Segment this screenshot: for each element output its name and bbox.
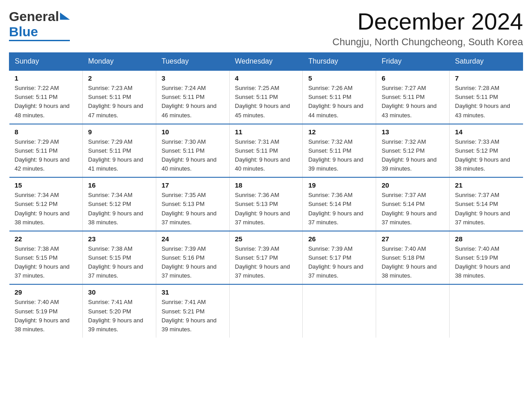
day-info: Sunrise: 7:32 AMSunset: 5:11 PMDaylight:…	[308, 137, 370, 174]
day-info: Sunrise: 7:27 AMSunset: 5:11 PMDaylight:…	[382, 84, 444, 120]
day-number: 15	[15, 181, 77, 189]
day-info: Sunrise: 7:40 AMSunset: 5:19 PMDaylight:…	[455, 244, 517, 281]
col-tuesday: Tuesday	[156, 53, 229, 71]
calendar-cell: 24Sunrise: 7:39 AMSunset: 5:16 PMDayligh…	[156, 231, 229, 285]
calendar-week-row: 22Sunrise: 7:38 AMSunset: 5:15 PMDayligh…	[9, 231, 523, 285]
day-number: 28	[455, 235, 517, 243]
calendar-cell: 12Sunrise: 7:32 AMSunset: 5:11 PMDayligh…	[303, 124, 376, 178]
day-number: 31	[162, 288, 224, 296]
day-number: 23	[88, 235, 150, 243]
day-info: Sunrise: 7:30 AMSunset: 5:11 PMDaylight:…	[162, 137, 224, 174]
day-number: 12	[308, 128, 370, 136]
day-number: 26	[308, 235, 370, 243]
col-saturday: Saturday	[450, 53, 523, 71]
col-monday: Monday	[82, 53, 156, 71]
calendar-cell: 10Sunrise: 7:30 AMSunset: 5:11 PMDayligh…	[156, 124, 229, 178]
calendar-cell: 25Sunrise: 7:39 AMSunset: 5:17 PMDayligh…	[229, 231, 303, 285]
calendar-cell	[376, 284, 450, 338]
day-info: Sunrise: 7:26 AMSunset: 5:11 PMDaylight:…	[308, 84, 370, 120]
day-number: 25	[235, 235, 297, 243]
logo-arrow-icon	[60, 13, 70, 20]
day-number: 13	[382, 128, 444, 136]
logo-underline	[9, 40, 70, 41]
day-info: Sunrise: 7:29 AMSunset: 5:11 PMDaylight:…	[15, 137, 77, 174]
calendar-cell: 20Sunrise: 7:37 AMSunset: 5:14 PMDayligh…	[376, 177, 450, 231]
day-info: Sunrise: 7:36 AMSunset: 5:14 PMDaylight:…	[308, 191, 370, 227]
day-info: Sunrise: 7:41 AMSunset: 5:21 PMDaylight:…	[162, 298, 224, 334]
calendar-week-row: 15Sunrise: 7:34 AMSunset: 5:12 PMDayligh…	[9, 177, 523, 231]
day-number: 22	[15, 235, 77, 243]
calendar-cell: 17Sunrise: 7:35 AMSunset: 5:13 PMDayligh…	[156, 177, 229, 231]
day-number: 17	[162, 181, 224, 189]
day-number: 18	[235, 181, 297, 189]
day-info: Sunrise: 7:33 AMSunset: 5:12 PMDaylight:…	[455, 137, 517, 174]
calendar-cell: 3Sunrise: 7:24 AMSunset: 5:11 PMDaylight…	[156, 70, 229, 124]
calendar-cell	[303, 284, 376, 338]
day-info: Sunrise: 7:34 AMSunset: 5:12 PMDaylight:…	[15, 191, 77, 227]
calendar-cell: 1Sunrise: 7:22 AMSunset: 5:11 PMDaylight…	[9, 70, 83, 124]
title-section: December 2024 Chungju, North Chungcheong…	[332, 9, 523, 48]
calendar-cell: 18Sunrise: 7:36 AMSunset: 5:13 PMDayligh…	[229, 177, 303, 231]
day-info: Sunrise: 7:38 AMSunset: 5:15 PMDaylight:…	[15, 244, 77, 281]
calendar-cell: 8Sunrise: 7:29 AMSunset: 5:11 PMDaylight…	[9, 124, 83, 178]
calendar-cell: 31Sunrise: 7:41 AMSunset: 5:21 PMDayligh…	[156, 284, 229, 338]
logo: General Blue	[9, 9, 70, 41]
day-number: 6	[382, 74, 444, 82]
calendar-cell: 6Sunrise: 7:27 AMSunset: 5:11 PMDaylight…	[376, 70, 450, 124]
calendar-header-row: Sunday Monday Tuesday Wednesday Thursday…	[9, 53, 523, 71]
subtitle: Chungju, North Chungcheong, South Korea	[332, 36, 523, 48]
calendar-cell: 2Sunrise: 7:23 AMSunset: 5:11 PMDaylight…	[82, 70, 156, 124]
calendar-cell: 27Sunrise: 7:40 AMSunset: 5:18 PMDayligh…	[376, 231, 450, 285]
day-info: Sunrise: 7:35 AMSunset: 5:13 PMDaylight:…	[162, 191, 224, 227]
calendar-cell: 26Sunrise: 7:39 AMSunset: 5:17 PMDayligh…	[303, 231, 376, 285]
page-header: General Blue December 2024 Chungju, Nort…	[9, 9, 523, 48]
day-number: 5	[308, 74, 370, 82]
calendar-cell: 29Sunrise: 7:40 AMSunset: 5:19 PMDayligh…	[9, 284, 83, 338]
day-info: Sunrise: 7:37 AMSunset: 5:14 PMDaylight:…	[455, 191, 517, 227]
calendar-cell	[229, 284, 303, 338]
calendar-week-row: 1Sunrise: 7:22 AMSunset: 5:11 PMDaylight…	[9, 70, 523, 124]
day-number: 16	[88, 181, 150, 189]
col-friday: Friday	[376, 53, 450, 71]
logo-general-text: General	[9, 9, 59, 24]
day-info: Sunrise: 7:25 AMSunset: 5:11 PMDaylight:…	[235, 84, 297, 120]
day-info: Sunrise: 7:37 AMSunset: 5:14 PMDaylight:…	[382, 191, 444, 227]
day-number: 21	[455, 181, 517, 189]
col-wednesday: Wednesday	[229, 53, 303, 71]
day-info: Sunrise: 7:39 AMSunset: 5:17 PMDaylight:…	[235, 244, 297, 281]
day-number: 4	[235, 74, 297, 82]
day-number: 24	[162, 235, 224, 243]
day-number: 27	[382, 235, 444, 243]
calendar-cell: 23Sunrise: 7:38 AMSunset: 5:15 PMDayligh…	[82, 231, 156, 285]
calendar-cell: 15Sunrise: 7:34 AMSunset: 5:12 PMDayligh…	[9, 177, 83, 231]
calendar-cell: 7Sunrise: 7:28 AMSunset: 5:11 PMDaylight…	[450, 70, 523, 124]
calendar-cell: 4Sunrise: 7:25 AMSunset: 5:11 PMDaylight…	[229, 70, 303, 124]
day-info: Sunrise: 7:39 AMSunset: 5:17 PMDaylight:…	[308, 244, 370, 281]
calendar-week-row: 8Sunrise: 7:29 AMSunset: 5:11 PMDaylight…	[9, 124, 523, 178]
calendar-cell	[450, 284, 523, 338]
day-number: 11	[235, 128, 297, 136]
day-info: Sunrise: 7:22 AMSunset: 5:11 PMDaylight:…	[15, 84, 77, 120]
day-info: Sunrise: 7:41 AMSunset: 5:20 PMDaylight:…	[88, 298, 150, 334]
day-number: 2	[88, 74, 150, 82]
col-thursday: Thursday	[303, 53, 376, 71]
calendar-table: Sunday Monday Tuesday Wednesday Thursday…	[9, 52, 523, 338]
day-number: 9	[88, 128, 150, 136]
calendar-cell: 13Sunrise: 7:32 AMSunset: 5:12 PMDayligh…	[376, 124, 450, 178]
col-sunday: Sunday	[9, 53, 83, 71]
day-number: 14	[455, 128, 517, 136]
calendar-cell: 16Sunrise: 7:34 AMSunset: 5:12 PMDayligh…	[82, 177, 156, 231]
calendar-cell: 14Sunrise: 7:33 AMSunset: 5:12 PMDayligh…	[450, 124, 523, 178]
calendar-cell: 22Sunrise: 7:38 AMSunset: 5:15 PMDayligh…	[9, 231, 83, 285]
calendar-cell: 5Sunrise: 7:26 AMSunset: 5:11 PMDaylight…	[303, 70, 376, 124]
day-number: 29	[15, 288, 77, 296]
day-info: Sunrise: 7:29 AMSunset: 5:11 PMDaylight:…	[88, 137, 150, 174]
day-info: Sunrise: 7:40 AMSunset: 5:18 PMDaylight:…	[382, 244, 444, 281]
calendar-cell: 21Sunrise: 7:37 AMSunset: 5:14 PMDayligh…	[450, 177, 523, 231]
day-info: Sunrise: 7:31 AMSunset: 5:11 PMDaylight:…	[235, 137, 297, 174]
day-number: 3	[162, 74, 224, 82]
day-info: Sunrise: 7:23 AMSunset: 5:11 PMDaylight:…	[88, 84, 150, 120]
calendar-cell: 11Sunrise: 7:31 AMSunset: 5:11 PMDayligh…	[229, 124, 303, 178]
day-number: 20	[382, 181, 444, 189]
day-number: 1	[15, 74, 77, 82]
